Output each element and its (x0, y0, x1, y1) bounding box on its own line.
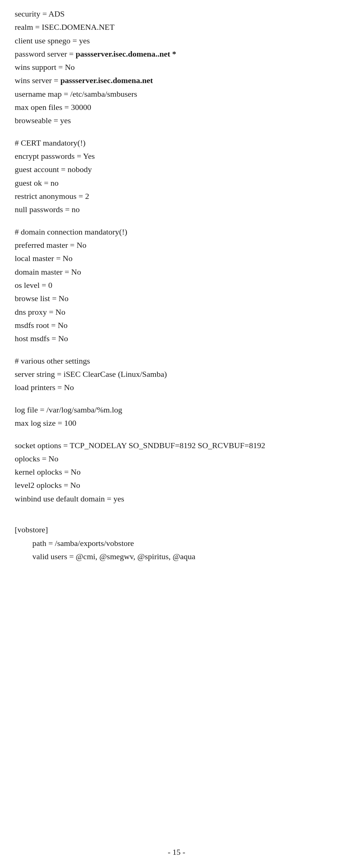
line-vobstore-section: [vobstore] (15, 523, 338, 536)
line-wins-support: wins support = No (15, 61, 338, 74)
line-domain-comment: # domain connection mandatory(!) (15, 225, 338, 239)
line-security: security = ADS (15, 7, 338, 21)
spacer-1 (15, 128, 338, 136)
line-max-open-files: max open files = 30000 (15, 101, 338, 114)
main-content: security = ADS realm = ISEC.DOMENA.NET c… (15, 7, 338, 563)
line-kernel-oplocks: kernel oplocks = No (15, 465, 338, 479)
line-msdfs-root: msdfs root = No (15, 319, 338, 332)
line-oplocks: oplocks = No (15, 452, 338, 465)
spacer-6 (15, 506, 338, 514)
line-various-comment: # various other settings (15, 354, 338, 368)
line-host-msdfs: host msdfs = No (15, 332, 338, 345)
line-guest-account: guest account = nobody (15, 163, 338, 176)
line-encrypt-passwords: encrypt passwords = Yes (15, 150, 338, 163)
line-null-passwords: null passwords = no (15, 203, 338, 216)
line-wins-server: wins server = passserver.isec.domena.net (15, 74, 338, 87)
line-cert-comment: # CERT mandatory(!) (15, 136, 338, 150)
line-password-server: password server = passserver.isec.domena… (15, 47, 338, 61)
page-footer: - 15 - (0, 847, 353, 857)
line-os-level: os level = 0 (15, 279, 338, 292)
line-domain-master: domain master = No (15, 265, 338, 279)
line-path: path = /samba/exports/vobstore (15, 537, 338, 550)
line-dns-proxy: dns proxy = No (15, 306, 338, 319)
line-winbind: winbind use default domain = yes (15, 492, 338, 506)
line-server-string: server string = iSEC ClearCase (Linux/Sa… (15, 368, 338, 381)
line-local-master: local master = No (15, 252, 338, 265)
line-max-log-size: max log size = 100 (15, 417, 338, 430)
page-number: - 15 - (168, 847, 185, 857)
line-preferred-master: preferred master = No (15, 239, 338, 252)
line-client-spnego: client use spnego = yes (15, 34, 338, 47)
line-valid-users: valid users = @cmi, @smegwv, @spiritus, … (15, 550, 338, 563)
line-realm: realm = ISEC.DOMENA.NET (15, 21, 338, 34)
line-username-map: username map = /etc/samba/smbusers (15, 87, 338, 101)
line-socket-options: socket options = TCP_NODELAY SO_SNDBUF=8… (15, 439, 338, 452)
line-guest-ok: guest ok = no (15, 176, 338, 190)
line-load-printers: load printers = No (15, 381, 338, 394)
password-server-value: passserver.isec.domena..net * (76, 49, 176, 58)
spacer-4 (15, 394, 338, 403)
line-log-file: log file = /var/log/samba/%m.log (15, 403, 338, 417)
line-level2-oplocks: level2 oplocks = No (15, 479, 338, 492)
line-restrict-anonymous: restrict anonymous = 2 (15, 190, 338, 203)
spacer-2 (15, 217, 338, 225)
line-browse-list: browse list = No (15, 292, 338, 305)
wins-server-value: passserver.isec.domena.net (60, 76, 153, 85)
line-browseable: browseable = yes (15, 114, 338, 127)
spacer-5 (15, 430, 338, 439)
spacer-3 (15, 346, 338, 354)
spacer-7 (15, 514, 338, 523)
